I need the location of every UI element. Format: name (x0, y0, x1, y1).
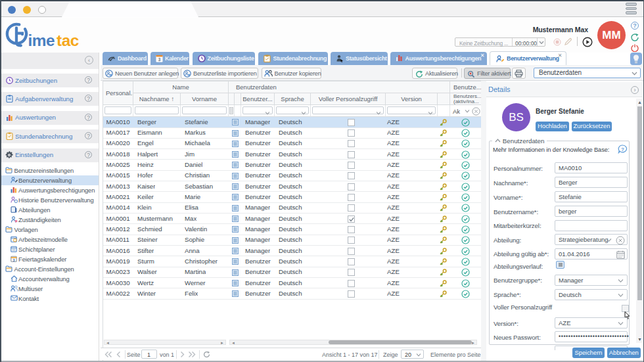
svg-text:3: 3 (13, 258, 15, 261)
svg-text:tac: tac (57, 32, 79, 49)
svg-text:?: ? (621, 147, 624, 152)
svg-text:ime: ime (28, 32, 55, 49)
